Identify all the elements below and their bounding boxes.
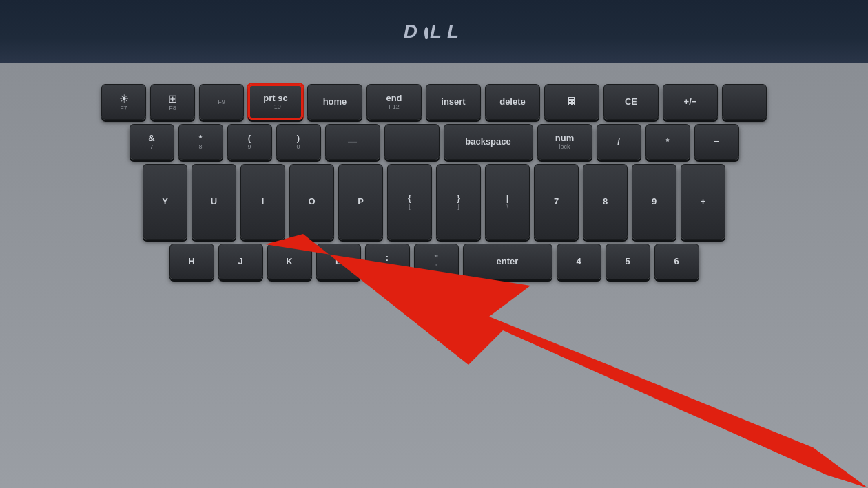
- delete-label: delete: [499, 97, 526, 107]
- key-j[interactable]: J: [218, 244, 263, 279]
- key-numslash[interactable]: /: [597, 124, 641, 160]
- l-label: L: [335, 257, 341, 266]
- key-num7[interactable]: 7: [534, 164, 579, 240]
- amp-label: &: [148, 134, 154, 143]
- numplus-label: +: [701, 197, 706, 206]
- key-rbrace[interactable]: } ]: [436, 164, 481, 240]
- num6-label: 6: [674, 257, 679, 266]
- backslash-label: \: [506, 204, 508, 210]
- key-l[interactable]: L: [316, 244, 361, 279]
- key-paren0[interactable]: ) 0: [276, 124, 321, 160]
- lparen-label: (: [248, 134, 251, 143]
- key-delete[interactable]: delete: [485, 84, 540, 120]
- key-num4[interactable]: 4: [557, 244, 601, 279]
- squote-label: ': [435, 264, 437, 270]
- key-home[interactable]: home: [307, 84, 362, 120]
- enter-label: enter: [497, 257, 519, 266]
- key-amp7[interactable]: & 7: [130, 124, 174, 160]
- key-num6[interactable]: 6: [654, 244, 699, 279]
- rbrace-label: }: [457, 193, 460, 203]
- key-num8[interactable]: 8: [583, 164, 628, 240]
- home-label: home: [323, 97, 347, 107]
- key-plusminus[interactable]: +/−: [663, 84, 718, 120]
- key-numminus[interactable]: −: [694, 124, 739, 160]
- f9-sub: F9: [218, 99, 225, 105]
- nine-label: 9: [247, 144, 251, 150]
- u-label: U: [211, 197, 217, 206]
- key-backspace[interactable]: backspace: [444, 124, 533, 160]
- plusminus-label: +/−: [684, 97, 697, 107]
- backspace-label: backspace: [465, 137, 511, 147]
- key-enter[interactable]: enter: [463, 244, 552, 279]
- semicolon-label: ;: [386, 264, 389, 270]
- end-label: end: [386, 94, 402, 103]
- y-label: Y: [162, 197, 168, 206]
- key-numlock[interactable]: num lock: [537, 124, 592, 160]
- zero-label: 0: [296, 144, 300, 150]
- function-key-row: ☀ F7 ⊞ F8 F9 prt sc F10 home: [14, 84, 854, 120]
- key-y[interactable]: Y: [143, 164, 187, 240]
- k-label: K: [286, 257, 292, 266]
- num4-label: 4: [576, 257, 581, 266]
- key-o[interactable]: O: [289, 164, 334, 240]
- key-dash[interactable]: —: [325, 124, 380, 160]
- key-u[interactable]: U: [192, 164, 236, 240]
- key-ce[interactable]: CE: [603, 84, 659, 120]
- key-numplus[interactable]: +: [681, 164, 725, 240]
- key-quote[interactable]: " ': [414, 244, 459, 279]
- key-f9[interactable]: F9: [199, 84, 244, 120]
- key-pipe[interactable]: | \: [485, 164, 530, 240]
- key-p[interactable]: P: [338, 164, 383, 240]
- f8-sub: F8: [169, 105, 176, 112]
- f7-icon: ☀: [119, 92, 129, 105]
- key-num9[interactable]: 9: [632, 164, 676, 240]
- laptop-top-bar: D LL: [0, 0, 868, 63]
- dell-logo: D LL: [404, 21, 464, 43]
- key-extra-right[interactable]: [722, 84, 767, 120]
- lbracket-label: [: [409, 204, 411, 210]
- seven-label: 7: [149, 144, 153, 150]
- key-colon[interactable]: : ;: [365, 244, 410, 279]
- f7-sub: F7: [120, 105, 127, 112]
- numslash-label: /: [617, 137, 620, 147]
- f8-icon: ⊞: [168, 92, 177, 105]
- key-paren9[interactable]: ( 9: [227, 124, 272, 160]
- star-label: *: [198, 134, 202, 143]
- key-insert[interactable]: insert: [426, 84, 481, 120]
- num9-label: 9: [652, 197, 657, 206]
- dash-label: —: [348, 137, 357, 147]
- pipe-label: |: [506, 193, 509, 203]
- p-label: P: [358, 197, 364, 206]
- num8-label: 8: [603, 197, 608, 206]
- key-lbrace[interactable]: { [: [387, 164, 432, 240]
- numlock-main: num: [555, 134, 574, 143]
- key-numstar[interactable]: *: [645, 124, 690, 160]
- key-end[interactable]: end F12: [366, 84, 422, 120]
- key-spacer[interactable]: [384, 124, 440, 160]
- prtsc-sub: F10: [270, 104, 281, 110]
- ce-label: CE: [625, 97, 637, 107]
- prtsc-label: prt sc: [263, 94, 287, 103]
- colon-label: :: [386, 253, 389, 263]
- key-prtsc[interactable]: prt sc F10: [248, 84, 303, 120]
- h-label: H: [188, 257, 194, 266]
- key-i[interactable]: I: [240, 164, 285, 240]
- key-h[interactable]: H: [169, 244, 214, 279]
- hjkl-row: H J K L : ; " ' enter 4: [14, 244, 854, 279]
- dquote-label: ": [434, 253, 438, 263]
- key-f7[interactable]: ☀ F7: [101, 84, 146, 120]
- num7-label: 7: [554, 197, 559, 206]
- o-label: O: [308, 197, 315, 206]
- key-num5[interactable]: 5: [606, 244, 650, 279]
- laptop-body: D LL ☀ F7 ⊞ F8 F9 prt sc: [0, 0, 868, 488]
- yuiop-row: Y U I O P { [ } ] | \: [14, 164, 854, 240]
- rparen-label: ): [297, 134, 300, 143]
- key-calc[interactable]: 🖩: [544, 84, 599, 120]
- key-k[interactable]: K: [267, 244, 312, 279]
- keyboard-area: ☀ F7 ⊞ F8 F9 prt sc F10 home: [0, 63, 868, 488]
- key-star8[interactable]: * 8: [178, 124, 223, 160]
- numlock-sub: lock: [559, 144, 570, 150]
- insert-label: insert: [441, 97, 465, 107]
- numminus-label: −: [714, 137, 719, 147]
- key-f8[interactable]: ⊞ F8: [150, 84, 195, 120]
